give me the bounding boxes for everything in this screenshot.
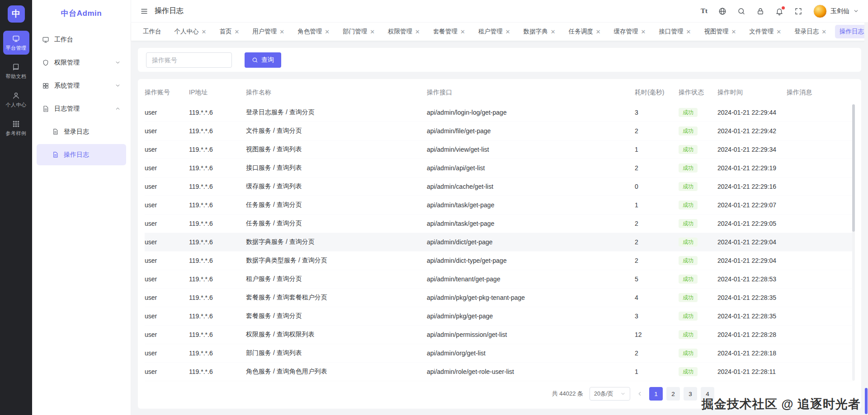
tab-10[interactable]: 任务调度 ✕: [564, 25, 605, 38]
tab-11[interactable]: 缓存管理 ✕: [609, 25, 651, 38]
rail-item-label: 帮助文档: [6, 73, 27, 80]
sidebar-item-2[interactable]: 系统管理: [37, 75, 126, 96]
table-row[interactable]: user119.*.*.6接口服务 / 查询列表api/admin/api/ge…: [145, 159, 854, 177]
close-icon[interactable]: ✕: [234, 29, 239, 35]
close-icon[interactable]: ✕: [202, 29, 207, 35]
tab-12[interactable]: 接口管理 ✕: [654, 25, 695, 38]
close-icon[interactable]: ✕: [686, 29, 691, 35]
table-body: user119.*.*.6登录日志服务 / 查询分页api/admin/logi…: [145, 103, 854, 381]
cell-account: user: [145, 257, 189, 264]
tab-2[interactable]: 首页 ✕: [215, 25, 244, 38]
cell-account: user: [145, 294, 189, 301]
page-button-1[interactable]: 1: [649, 387, 663, 401]
close-icon[interactable]: ✕: [460, 29, 465, 35]
table-row[interactable]: user119.*.*.6套餐服务 / 查询分页api/admin/pkg/ge…: [145, 307, 854, 326]
lock-icon[interactable]: [756, 7, 764, 15]
close-icon[interactable]: ✕: [596, 29, 601, 35]
tab-15[interactable]: 登录日志 ✕: [790, 25, 831, 38]
status-badge: 成功: [679, 219, 698, 228]
close-icon[interactable]: ✕: [370, 29, 375, 35]
table-row[interactable]: user119.*.*.6任务服务 / 查询分页api/admin/task/g…: [145, 196, 854, 214]
sidebar-subitem-0[interactable]: 登录日志: [37, 121, 126, 142]
table-row[interactable]: user119.*.*.6套餐服务 / 查询套餐租户分页api/admin/pk…: [145, 289, 854, 307]
table-row[interactable]: user119.*.*.6文件服务 / 查询分页api/admin/file/g…: [145, 122, 854, 140]
table-row[interactable]: user119.*.*.6部门服务 / 查询列表api/admin/org/ge…: [145, 344, 854, 363]
tab-14[interactable]: 文件管理 ✕: [745, 25, 786, 38]
table-row[interactable]: user119.*.*.6视图服务 / 查询列表api/admin/view/g…: [145, 140, 854, 159]
rail-item-profile[interactable]: 个人中心: [3, 88, 29, 112]
table-row[interactable]: user119.*.*.6数据字典服务 / 查询分页api/admin/dict…: [145, 233, 854, 252]
page-button-2[interactable]: 2: [666, 387, 680, 401]
cell-name: 接口服务 / 查询列表: [246, 164, 427, 172]
cell-time: 2024-01-21 22:29:05: [717, 220, 787, 227]
close-icon[interactable]: ✕: [731, 29, 736, 35]
table-row[interactable]: user119.*.*.6登录日志服务 / 查询分页api/admin/logi…: [145, 103, 854, 122]
tab-5[interactable]: 部门管理 ✕: [338, 25, 379, 38]
tab-7[interactable]: 套餐管理 ✕: [429, 25, 470, 38]
tab-4[interactable]: 角色管理 ✕: [293, 25, 334, 38]
close-icon[interactable]: ✕: [551, 29, 556, 35]
search-button[interactable]: 查询: [245, 52, 281, 68]
page-scrollbar[interactable]: [864, 23, 868, 415]
cell-ms: 2: [635, 127, 679, 135]
tab-6[interactable]: 权限管理 ✕: [383, 25, 425, 38]
table-scrollbar[interactable]: [852, 104, 855, 381]
user-name: 玉剑仙: [830, 7, 849, 15]
cell-time: 2024-01-21 22:29:19: [717, 164, 787, 172]
sidebar-item-1[interactable]: 权限管理: [37, 52, 126, 73]
close-icon[interactable]: ✕: [821, 29, 826, 35]
globe-icon[interactable]: [718, 7, 726, 15]
sidebar-item-3[interactable]: 日志管理: [37, 98, 126, 119]
page-button-3[interactable]: 3: [684, 387, 697, 401]
close-icon[interactable]: ✕: [505, 29, 510, 35]
hamburger-icon[interactable]: [140, 7, 148, 15]
sidebar-subitem-1[interactable]: 操作日志: [37, 144, 126, 165]
tab-3[interactable]: 用户管理 ✕: [248, 25, 289, 38]
page-button-4[interactable]: 4: [701, 387, 714, 401]
user-menu[interactable]: 玉剑仙: [813, 5, 859, 18]
prev-page-button[interactable]: [637, 391, 643, 397]
table-row[interactable]: user119.*.*.6角色服务 / 查询角色用户列表api/admin/ro…: [145, 363, 854, 381]
bell-icon[interactable]: [775, 7, 783, 15]
cell-time: 2024-01-21 22:29:34: [717, 146, 787, 153]
rail-item-platform[interactable]: 平台管理: [3, 31, 29, 55]
rail-item-samples[interactable]: 参考样例: [3, 116, 29, 140]
tab-8[interactable]: 租户管理 ✕: [474, 25, 515, 38]
table-row[interactable]: user119.*.*.6权限服务 / 查询权限列表api/admin/perm…: [145, 326, 854, 344]
tab-16[interactable]: 操作日志 ✕: [835, 25, 868, 38]
table-row[interactable]: user119.*.*.6租户服务 / 查询分页api/admin/tenant…: [145, 270, 854, 289]
search-input[interactable]: [146, 52, 232, 68]
text-size-icon[interactable]: Tt: [701, 7, 708, 15]
close-icon[interactable]: ✕: [776, 29, 781, 35]
column-header: 操作时间: [717, 89, 787, 97]
close-icon[interactable]: ✕: [415, 29, 420, 35]
close-icon[interactable]: ✕: [325, 29, 330, 35]
cell-ip: 119.*.*.6: [189, 275, 246, 283]
tab-13[interactable]: 视图管理 ✕: [699, 25, 741, 38]
topbar: 操作日志 Tt 玉剑仙: [131, 0, 868, 23]
search-icon[interactable]: [737, 7, 745, 15]
cell-api: api/admin/permission/get-list: [427, 331, 635, 338]
sidebar-item-0[interactable]: 工作台: [37, 29, 126, 50]
tab-1[interactable]: 个人中心 ✕: [170, 25, 211, 38]
table-row[interactable]: user119.*.*.6数据字典类型服务 / 查询分页api/admin/di…: [145, 252, 854, 270]
page-scrollbar-thumb[interactable]: [865, 388, 868, 414]
cell-account: user: [145, 201, 189, 209]
close-icon[interactable]: ✕: [279, 29, 284, 35]
fullscreen-icon[interactable]: [794, 7, 802, 15]
app-name: 中台Admin: [32, 0, 131, 26]
tab-label: 操作日志: [840, 28, 864, 36]
cell-name: 部门服务 / 查询列表: [246, 349, 427, 357]
main-area: 操作日志 Tt 玉剑仙 工作台 个人中心 ✕ 首页 ✕ 用户管理 ✕: [131, 0, 868, 415]
table-row[interactable]: user119.*.*.6任务服务 / 查询分页api/admin/task/g…: [145, 214, 854, 233]
submenu-item-label: 操作日志: [64, 151, 89, 159]
close-icon[interactable]: ✕: [641, 29, 646, 35]
cell-name: 权限服务 / 查询权限列表: [246, 331, 427, 339]
table-scrollbar-thumb[interactable]: [852, 104, 855, 232]
tab-9[interactable]: 数据字典 ✕: [519, 25, 560, 38]
tab-0[interactable]: 工作台: [138, 25, 166, 38]
table-row[interactable]: user119.*.*.6缓存服务 / 查询列表api/admin/cache/…: [145, 177, 854, 196]
page-size-select[interactable]: 20条/页: [590, 387, 630, 401]
doc-icon: [42, 105, 49, 112]
rail-item-help-docs[interactable]: 帮助文档: [3, 59, 29, 83]
